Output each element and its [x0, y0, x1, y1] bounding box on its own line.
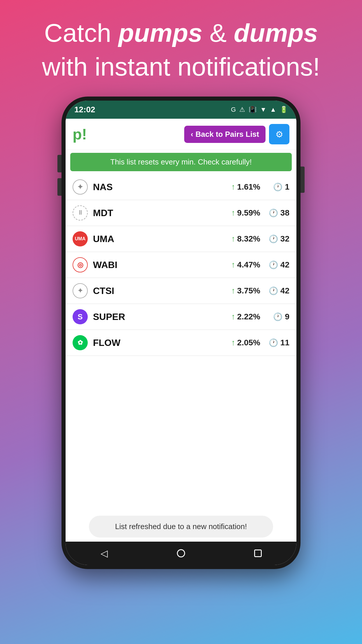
crypto-list: ✦ NAS ↑ 1.61% 🕐 1 ⠿ MDT — [66, 174, 296, 510]
crypto-change: ↑ 3.75% — [231, 286, 260, 295]
clock-icon: 🕐 — [273, 312, 282, 321]
list-item[interactable]: S SUPER ↑ 2.22% 🕐 9 — [66, 304, 296, 330]
crypto-time: 🕐 32 — [266, 234, 289, 244]
flow-icon: ✿ — [73, 335, 88, 350]
warning-icon: ⚠ — [239, 106, 245, 113]
header-right: ‹ Back to Pairs List ⚙ — [184, 124, 289, 144]
home-nav-button[interactable] — [172, 545, 190, 562]
list-item[interactable]: ✦ NAS ↑ 1.61% 🕐 1 — [66, 174, 296, 200]
list-item[interactable]: ⠿ MDT ↑ 9.59% 🕐 38 — [66, 200, 296, 226]
crypto-time: 🕐 9 — [266, 312, 289, 321]
volume-up-button — [57, 155, 61, 172]
crypto-time: 🕐 42 — [266, 286, 289, 295]
crypto-change: ↑ 9.59% — [231, 208, 260, 218]
phone-screen: 12:02 G ⚠ 📳 ▼ ▲ 🔋 p! ‹ — [66, 101, 296, 565]
list-item[interactable]: ✿ FLOW ↑ 2.05% 🕐 11 — [66, 330, 296, 356]
up-arrow-icon: ↑ — [231, 312, 236, 321]
phone-frame: 12:02 G ⚠ 📳 ▼ ▲ 🔋 p! ‹ — [61, 97, 301, 569]
side-buttons-right — [301, 167, 305, 193]
up-arrow-icon: ↑ — [231, 182, 236, 192]
ctsi-icon: ✦ — [73, 283, 88, 298]
app-content: p! ‹ Back to Pairs List ⚙ This list rese… — [66, 119, 296, 542]
crypto-time: 🕐 38 — [266, 208, 289, 218]
crypto-name: SUPER — [93, 312, 231, 322]
clock-icon: 🕐 — [269, 338, 278, 347]
settings-button[interactable]: ⚙ — [269, 124, 289, 144]
vibrate-icon: 📳 — [249, 106, 256, 113]
crypto-change: ↑ 1.61% — [231, 182, 260, 192]
wifi-icon: ▼ — [260, 106, 266, 113]
recent-nav-button[interactable] — [249, 545, 267, 562]
clock-icon: 🕐 — [269, 260, 278, 270]
alert-banner: This list resets every min. Check carefu… — [70, 153, 292, 171]
list-item[interactable]: ◎ WABI ↑ 4.47% 🕐 42 — [66, 252, 296, 278]
status-time: 12:02 — [74, 105, 95, 114]
status-bar: 12:02 G ⚠ 📳 ▼ ▲ 🔋 — [66, 101, 296, 119]
hero-subtitle: with instant notifications! — [23, 51, 339, 82]
up-arrow-icon: ↑ — [231, 338, 236, 347]
hero-title: Catch pumps & dumps — [23, 18, 339, 48]
list-item[interactable]: UMA UMA ↑ 8.32% 🕐 32 — [66, 226, 296, 252]
crypto-name: CTSI — [93, 286, 231, 296]
chevron-left-icon: ‹ — [191, 130, 193, 139]
crypto-change: ↑ 4.47% — [231, 260, 260, 270]
clock-icon: 🕐 — [269, 235, 278, 244]
up-arrow-icon: ↑ — [231, 260, 236, 270]
crypto-name: NAS — [93, 182, 231, 192]
clock-icon: 🕐 — [269, 209, 278, 218]
back-nav-icon: ◁ — [101, 548, 108, 559]
nav-bar: ◁ — [66, 542, 296, 565]
uma-icon: UMA — [73, 231, 88, 246]
hero-section: Catch pumps & dumps with instant notific… — [0, 0, 362, 94]
crypto-name: UMA — [93, 234, 231, 244]
app-header: p! ‹ Back to Pairs List ⚙ — [66, 119, 296, 150]
app-logo: p! — [73, 127, 87, 142]
back-nav-button[interactable]: ◁ — [95, 545, 113, 562]
phone-wrapper: 12:02 G ⚠ 📳 ▼ ▲ 🔋 p! ‹ — [61, 97, 301, 644]
up-arrow-icon: ↑ — [231, 208, 236, 218]
status-icons: G ⚠ 📳 ▼ ▲ 🔋 — [231, 106, 288, 113]
power-button — [301, 167, 305, 193]
side-buttons-left — [57, 155, 61, 196]
wabi-icon: ◎ — [73, 257, 88, 272]
google-icon: G — [231, 106, 236, 113]
up-arrow-icon: ↑ — [231, 286, 236, 295]
clock-icon: 🕐 — [269, 286, 278, 295]
volume-down-button — [57, 178, 61, 196]
mdt-icon: ⠿ — [73, 205, 88, 220]
crypto-change: ↑ 2.05% — [231, 338, 260, 347]
nas-icon: ✦ — [73, 179, 88, 195]
crypto-change: ↑ 2.22% — [231, 312, 260, 321]
crypto-time: 🕐 42 — [266, 260, 289, 270]
toast-notification: List refreshed due to a new notification… — [89, 516, 273, 538]
battery-icon: 🔋 — [280, 106, 288, 113]
crypto-time: 🕐 11 — [266, 338, 289, 347]
recent-nav-icon — [254, 550, 262, 557]
gear-icon: ⚙ — [275, 129, 283, 139]
signal-icon: ▲ — [270, 106, 276, 113]
home-nav-icon — [177, 549, 185, 557]
list-item[interactable]: ✦ CTSI ↑ 3.75% 🕐 42 — [66, 278, 296, 304]
crypto-time: 🕐 1 — [266, 182, 289, 192]
back-to-pairs-button[interactable]: ‹ Back to Pairs List — [184, 126, 266, 143]
crypto-change: ↑ 8.32% — [231, 234, 260, 244]
up-arrow-icon: ↑ — [231, 234, 236, 244]
crypto-name: MDT — [93, 208, 231, 218]
crypto-name: FLOW — [93, 337, 231, 348]
clock-icon: 🕐 — [273, 183, 282, 192]
super-icon: S — [73, 309, 88, 324]
crypto-name: WABI — [93, 260, 231, 270]
